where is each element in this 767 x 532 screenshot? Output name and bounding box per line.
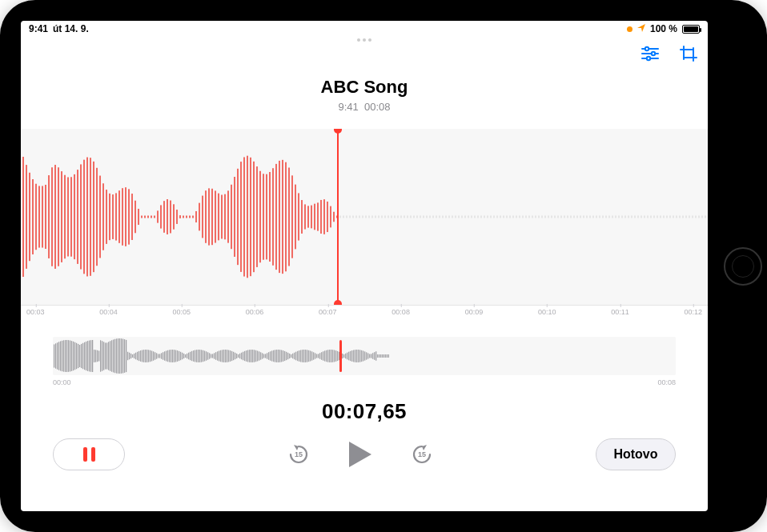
svg-rect-204 bbox=[657, 216, 658, 218]
svg-rect-56 bbox=[183, 216, 184, 218]
overview-playhead[interactable] bbox=[339, 340, 342, 372]
waveform-main[interactable] bbox=[21, 129, 708, 305]
svg-rect-317 bbox=[209, 353, 210, 358]
svg-rect-349 bbox=[260, 352, 261, 359]
svg-rect-99 bbox=[320, 200, 322, 234]
svg-rect-159 bbox=[512, 216, 514, 218]
current-time: 00:07,65 bbox=[21, 399, 708, 424]
svg-rect-198 bbox=[637, 216, 639, 218]
svg-rect-182 bbox=[586, 216, 588, 218]
svg-rect-328 bbox=[227, 350, 227, 362]
svg-rect-234 bbox=[76, 343, 77, 369]
svg-rect-14 bbox=[48, 175, 50, 258]
svg-rect-7 bbox=[26, 165, 27, 269]
svg-rect-207 bbox=[666, 216, 668, 218]
svg-rect-381 bbox=[311, 351, 312, 360]
svg-rect-154 bbox=[496, 216, 498, 218]
svg-rect-321 bbox=[215, 352, 216, 360]
playhead[interactable] bbox=[337, 129, 339, 305]
svg-rect-6 bbox=[22, 157, 24, 277]
svg-rect-390 bbox=[326, 350, 327, 362]
svg-rect-61 bbox=[199, 203, 200, 231]
svg-rect-280 bbox=[150, 350, 151, 362]
svg-rect-324 bbox=[220, 350, 221, 362]
svg-rect-163 bbox=[525, 216, 527, 218]
svg-rect-165 bbox=[532, 216, 533, 218]
svg-rect-323 bbox=[219, 350, 219, 361]
svg-rect-347 bbox=[257, 351, 258, 362]
svg-rect-402 bbox=[345, 354, 346, 358]
svg-rect-60 bbox=[195, 211, 197, 222]
play-button[interactable] bbox=[349, 442, 371, 467]
pause-button[interactable] bbox=[53, 438, 125, 470]
svg-rect-360 bbox=[278, 350, 279, 362]
timeline-tick: 00:04 bbox=[99, 308, 118, 316]
svg-rect-84 bbox=[272, 168, 274, 266]
svg-rect-232 bbox=[73, 342, 74, 370]
svg-rect-311 bbox=[199, 350, 200, 362]
svg-rect-376 bbox=[303, 350, 304, 362]
svg-rect-47 bbox=[154, 216, 155, 218]
svg-rect-69 bbox=[224, 194, 226, 240]
svg-rect-257 bbox=[113, 339, 114, 372]
pause-icon bbox=[83, 447, 95, 462]
svg-rect-168 bbox=[541, 216, 543, 218]
svg-rect-254 bbox=[108, 342, 109, 370]
svg-rect-43 bbox=[141, 216, 143, 218]
svg-rect-392 bbox=[329, 350, 330, 362]
svg-rect-155 bbox=[500, 216, 501, 218]
svg-rect-411 bbox=[359, 350, 360, 362]
svg-rect-115 bbox=[371, 216, 373, 218]
svg-rect-173 bbox=[557, 216, 559, 218]
svg-rect-121 bbox=[391, 216, 392, 218]
recording-title[interactable]: ABC Song bbox=[21, 77, 708, 98]
svg-rect-216 bbox=[695, 216, 697, 218]
timeline-tick: 00:08 bbox=[392, 308, 410, 316]
svg-rect-335 bbox=[238, 354, 239, 358]
svg-rect-36 bbox=[118, 190, 120, 243]
svg-rect-299 bbox=[180, 352, 181, 360]
timeline-ruler[interactable]: 00:0300:0400:0500:0600:0700:0800:0900:10… bbox=[21, 305, 708, 322]
svg-rect-130 bbox=[420, 216, 421, 218]
svg-rect-241 bbox=[87, 341, 88, 371]
svg-rect-229 bbox=[68, 340, 69, 372]
location-icon bbox=[637, 23, 645, 34]
svg-rect-206 bbox=[663, 216, 665, 218]
svg-rect-53 bbox=[173, 204, 175, 229]
home-button[interactable] bbox=[724, 247, 762, 286]
done-button[interactable]: Hotovo bbox=[596, 438, 676, 470]
svg-rect-142 bbox=[458, 216, 460, 218]
svg-rect-41 bbox=[135, 201, 136, 234]
skip-back-button[interactable]: 15 bbox=[287, 442, 311, 466]
svg-rect-245 bbox=[94, 350, 94, 362]
svg-rect-70 bbox=[227, 190, 229, 242]
svg-rect-291 bbox=[167, 350, 168, 362]
svg-rect-205 bbox=[660, 216, 661, 218]
svg-rect-136 bbox=[439, 216, 440, 218]
svg-rect-345 bbox=[254, 350, 255, 362]
svg-rect-80 bbox=[259, 171, 261, 262]
skip-forward-button[interactable]: 15 bbox=[410, 442, 434, 466]
svg-rect-231 bbox=[71, 341, 72, 371]
svg-rect-270 bbox=[134, 354, 135, 358]
svg-rect-350 bbox=[262, 353, 263, 358]
svg-rect-226 bbox=[63, 340, 64, 371]
svg-rect-17 bbox=[58, 167, 59, 266]
svg-rect-39 bbox=[128, 189, 130, 244]
svg-rect-103 bbox=[333, 212, 335, 222]
svg-rect-193 bbox=[621, 216, 623, 218]
svg-rect-294 bbox=[172, 350, 173, 362]
multitask-handle-icon[interactable] bbox=[21, 37, 708, 42]
svg-rect-32 bbox=[106, 190, 107, 244]
svg-rect-273 bbox=[139, 351, 139, 361]
svg-rect-109 bbox=[352, 216, 354, 218]
svg-rect-242 bbox=[89, 341, 90, 372]
svg-rect-413 bbox=[363, 351, 363, 362]
svg-rect-248 bbox=[98, 350, 99, 361]
trim-icon[interactable] bbox=[679, 45, 698, 62]
svg-rect-423 bbox=[379, 354, 379, 358]
svg-rect-19 bbox=[64, 175, 66, 259]
svg-rect-265 bbox=[126, 340, 126, 372]
waveform-overview[interactable] bbox=[53, 337, 676, 375]
settings-sliders-icon[interactable] bbox=[641, 45, 660, 62]
